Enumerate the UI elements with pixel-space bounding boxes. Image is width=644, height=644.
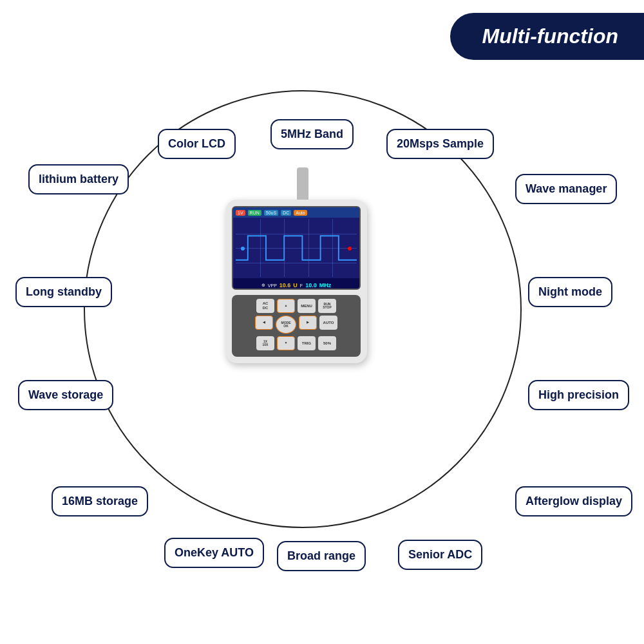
key-down[interactable]: ▼ (277, 336, 295, 350)
key-row-2: ◀ MODEOK ▶ AUTO (236, 316, 357, 334)
key-acdc[interactable]: ACDC (256, 299, 274, 313)
page-title: Multi-function (450, 13, 644, 60)
tag-dc: DC (281, 210, 291, 216)
feature-long-standby: Long standby (15, 277, 112, 307)
screen-label1: VPP (268, 283, 277, 288)
feature-wave-manager: Wave manager (515, 174, 617, 204)
key-row-1: ACDC ▲ MENU RUNSTOP (236, 299, 357, 313)
key-menu[interactable]: MENU (298, 299, 316, 313)
feature-senior-adc: Senior ADC (398, 540, 482, 570)
screen-symbol: ⊕ (261, 283, 265, 288)
waveform-display (236, 219, 357, 277)
tag-auto: Auto (294, 210, 307, 216)
feature-afterglow-display: Afterglow display (515, 486, 632, 516)
feature-color-lcd: Color LCD (158, 129, 236, 159)
keypad: ACDC ▲ MENU RUNSTOP ◀ MODEOK ▶ AUTO 1X10… (232, 295, 361, 357)
key-up[interactable]: ▲ (277, 299, 295, 313)
tag-run: RUN (248, 210, 261, 216)
screen-unit2: MHz (319, 282, 332, 289)
device-screen: 1V RUN 50uS DC Auto (232, 206, 361, 290)
feature-lithium-battery: lithium battery (28, 164, 129, 194)
key-trig[interactable]: TRIG (298, 336, 316, 350)
tag-50us: 50uS (264, 210, 278, 216)
device: 1V RUN 50uS DC Auto (225, 167, 367, 363)
key-right[interactable]: ▶ (299, 316, 317, 330)
screen-unit1: U (293, 282, 298, 289)
key-runstop[interactable]: RUNSTOP (318, 299, 336, 313)
key-50percent[interactable]: 50% (318, 336, 336, 350)
screen-value2: 10.0 (305, 282, 317, 289)
key-left[interactable]: ◀ (255, 316, 273, 330)
feature-high-precision: High precision (528, 380, 629, 410)
device-body: 1V RUN 50uS DC Auto (225, 200, 367, 363)
key-mode-ok[interactable]: MODEOK (276, 316, 296, 334)
screen-grid (236, 219, 357, 277)
screen-value1: 10.6 (279, 282, 291, 289)
screen-label2: F (300, 283, 303, 288)
screen-bottom-bar: ⊕ VPP 10.6 U F 10.0 MHz (233, 278, 359, 290)
screen-top-bar: 1V RUN 50uS DC Auto (233, 207, 359, 218)
key-row-3: 1X10X ▼ TRIG 50% (236, 336, 357, 350)
device-probe (297, 167, 308, 200)
feature-5mhz-band: 5MHz Band (270, 119, 354, 149)
feature-night-mode: Night mode (528, 277, 612, 307)
feature-onekey-auto: OneKey AUTO (164, 538, 264, 568)
feature-wave-storage: Wave storage (18, 380, 113, 410)
feature-broad-range: Broad range (277, 541, 366, 571)
feature-20msps-sample: 20Msps Sample (386, 129, 494, 159)
feature-16mb-storage: 16MB storage (52, 486, 148, 516)
tag-1v: 1V (236, 210, 245, 216)
key-auto[interactable]: AUTO (319, 316, 337, 330)
key-1x10x[interactable]: 1X10X (256, 336, 274, 350)
